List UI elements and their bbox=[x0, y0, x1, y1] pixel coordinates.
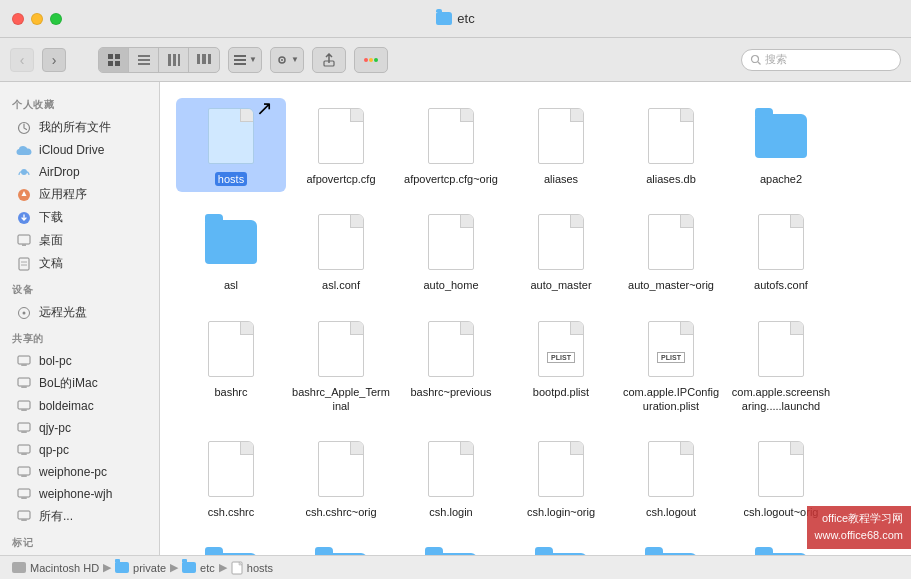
sidebar-item-icloud-label: iCloud Drive bbox=[39, 143, 104, 157]
csh-login-orig-label: csh.login~orig bbox=[527, 505, 595, 519]
com-apple-ip-icon-wrap: PLIST bbox=[639, 317, 703, 381]
sidebar-item-weiphone-pc-label: weiphone-pc bbox=[39, 465, 107, 479]
sidebar-item-apps[interactable]: 应用程序 bbox=[4, 183, 155, 206]
sidebar-item-bol-pc[interactable]: bol-pc bbox=[4, 350, 155, 372]
back-button[interactable]: ‹ bbox=[10, 48, 34, 72]
breadcrumb-etc[interactable]: etc bbox=[182, 562, 215, 574]
file-item-csh-login-orig[interactable]: csh.login~orig bbox=[506, 431, 616, 525]
share-button[interactable] bbox=[312, 47, 346, 73]
view-col-button[interactable] bbox=[159, 48, 189, 72]
breadcrumb-macintosh-hd[interactable]: Macintosh HD bbox=[12, 562, 99, 574]
file-item-csh-logout[interactable]: csh.logout bbox=[616, 431, 726, 525]
aliases-label: aliases bbox=[544, 172, 578, 186]
file-item-csh-login[interactable]: csh.login bbox=[396, 431, 506, 525]
hosts-icon-wrap: ↗ bbox=[199, 104, 263, 168]
file-item-row5-f5[interactable] bbox=[616, 537, 726, 555]
file-item-aliases-db[interactable]: aliases.db bbox=[616, 98, 726, 192]
row5-f1-icon-wrap bbox=[199, 543, 263, 555]
file-item-hosts[interactable]: ↗ hosts bbox=[176, 98, 286, 192]
sidebar-item-downloads[interactable]: 下载 bbox=[4, 206, 155, 229]
sidebar-item-all-shared[interactable]: 所有... bbox=[4, 505, 155, 528]
docs-icon bbox=[16, 256, 32, 272]
sidebar-item-desktop-label: 桌面 bbox=[39, 232, 63, 249]
file-item-bashrc-apple[interactable]: bashrc_Apple_Terminal bbox=[286, 311, 396, 420]
sidebar-item-qp-pc[interactable]: qp-pc bbox=[4, 439, 155, 461]
file-item-auto-home[interactable]: auto_home bbox=[396, 204, 506, 298]
auto-master-orig-icon-wrap bbox=[639, 210, 703, 274]
sidebar-item-docs[interactable]: 文稿 bbox=[4, 252, 155, 275]
asl-icon-wrap bbox=[199, 210, 263, 274]
sidebar-item-icloud[interactable]: iCloud Drive bbox=[4, 139, 155, 161]
afpovertcp-file-icon bbox=[318, 108, 364, 164]
maximize-button[interactable] bbox=[50, 13, 62, 25]
arrange-button[interactable]: ▼ bbox=[228, 47, 262, 73]
csh-cshrc-orig-file-icon bbox=[318, 441, 364, 497]
csh-login-icon-wrap bbox=[419, 437, 483, 501]
share-icon bbox=[322, 53, 336, 67]
watermark-line1: office教程学习网 bbox=[815, 510, 903, 528]
svg-point-17 bbox=[281, 59, 283, 61]
svg-point-22 bbox=[752, 56, 759, 63]
file-item-bashrc-previous[interactable]: bashrc~previous bbox=[396, 311, 506, 420]
all-files-icon bbox=[16, 120, 32, 136]
file-item-afpovertcp[interactable]: afpovertcp.cfg bbox=[286, 98, 396, 192]
breadcrumb-hosts[interactable]: hosts bbox=[231, 561, 273, 575]
file-item-row5-f1[interactable] bbox=[176, 537, 286, 555]
file-item-csh-cshrc[interactable]: csh.cshrc bbox=[176, 431, 286, 525]
file-item-asl-conf[interactable]: asl.conf bbox=[286, 204, 396, 298]
action-button[interactable]: ▼ bbox=[270, 47, 304, 73]
sidebar-item-weiphone-wjh[interactable]: weiphone-wjh bbox=[4, 483, 155, 505]
file-item-row5-f2[interactable] bbox=[286, 537, 396, 555]
file-item-csh-cshrc-orig[interactable]: csh.cshrc~orig bbox=[286, 431, 396, 525]
row5-f6-folder-icon bbox=[755, 553, 807, 555]
sidebar-item-desktop[interactable]: 桌面 bbox=[4, 229, 155, 252]
qjy-pc-icon bbox=[16, 420, 32, 436]
close-button[interactable] bbox=[12, 13, 24, 25]
minimize-button[interactable] bbox=[31, 13, 43, 25]
sidebar-item-remote-disk[interactable]: 远程光盘 bbox=[4, 301, 155, 324]
com-apple-screen-label: com.apple.screensharing.....launchd bbox=[731, 385, 831, 414]
file-item-aliases[interactable]: aliases bbox=[506, 98, 616, 192]
sidebar-item-bol-imac[interactable]: BoL的iMac bbox=[4, 372, 155, 395]
file-item-afpovertcp-orig[interactable]: afpovertcp.cfg~orig bbox=[396, 98, 506, 192]
forward-button[interactable]: › bbox=[42, 48, 66, 72]
sidebar-item-qjy-pc[interactable]: qjy-pc bbox=[4, 417, 155, 439]
sidebar-item-weiphone-pc[interactable]: weiphone-pc bbox=[4, 461, 155, 483]
file-item-bashrc[interactable]: bashrc bbox=[176, 311, 286, 420]
breadcrumb-folder-icon-1 bbox=[115, 562, 129, 573]
breadcrumb-sep-1: ▶ bbox=[103, 561, 111, 574]
view-colgal-button[interactable] bbox=[189, 48, 219, 72]
file-item-autofs-conf[interactable]: autofs.conf bbox=[726, 204, 836, 298]
view-icon-button[interactable] bbox=[99, 48, 129, 72]
svg-rect-44 bbox=[18, 445, 30, 453]
sidebar-item-airdrop[interactable]: AirDrop bbox=[4, 161, 155, 183]
file-item-asl[interactable]: asl bbox=[176, 204, 286, 298]
auto-master-orig-file-icon bbox=[648, 214, 694, 270]
search-box[interactable]: 搜索 bbox=[741, 49, 901, 71]
file-item-row5-f4[interactable] bbox=[506, 537, 616, 555]
sidebar-item-boldeimac[interactable]: boldeimac bbox=[4, 395, 155, 417]
row5-f4-folder-icon bbox=[535, 553, 587, 555]
auto-master-label: auto_master bbox=[530, 278, 591, 292]
sidebar-item-all-files[interactable]: 我的所有文件 bbox=[4, 116, 155, 139]
file-item-com-apple-ip[interactable]: PLIST com.apple.IPConfiguration.plist bbox=[616, 311, 726, 420]
csh-login-orig-icon-wrap bbox=[529, 437, 593, 501]
file-item-auto-master[interactable]: auto_master bbox=[506, 204, 616, 298]
svg-rect-14 bbox=[234, 59, 246, 61]
tag-button[interactable] bbox=[354, 47, 388, 73]
file-item-com-apple-screen[interactable]: com.apple.screensharing.....launchd bbox=[726, 311, 836, 420]
sidebar-item-qp-pc-label: qp-pc bbox=[39, 443, 69, 457]
file-item-apache2[interactable]: apache2 bbox=[726, 98, 836, 192]
sidebar-item-remote-disk-label: 远程光盘 bbox=[39, 304, 87, 321]
breadcrumb-private[interactable]: private bbox=[115, 562, 166, 574]
file-item-bootpd[interactable]: PLIST bootpd.plist bbox=[506, 311, 616, 420]
auto-home-file-icon bbox=[428, 214, 474, 270]
row5-f5-folder-icon bbox=[645, 553, 697, 555]
svg-rect-41 bbox=[21, 409, 27, 411]
bashrc-apple-file-icon bbox=[318, 321, 364, 377]
svg-rect-5 bbox=[138, 59, 150, 61]
file-item-auto-master-orig[interactable]: auto_master~orig bbox=[616, 204, 726, 298]
file-item-row5-f3[interactable] bbox=[396, 537, 506, 555]
view-list-button[interactable] bbox=[129, 48, 159, 72]
svg-rect-8 bbox=[173, 54, 176, 66]
